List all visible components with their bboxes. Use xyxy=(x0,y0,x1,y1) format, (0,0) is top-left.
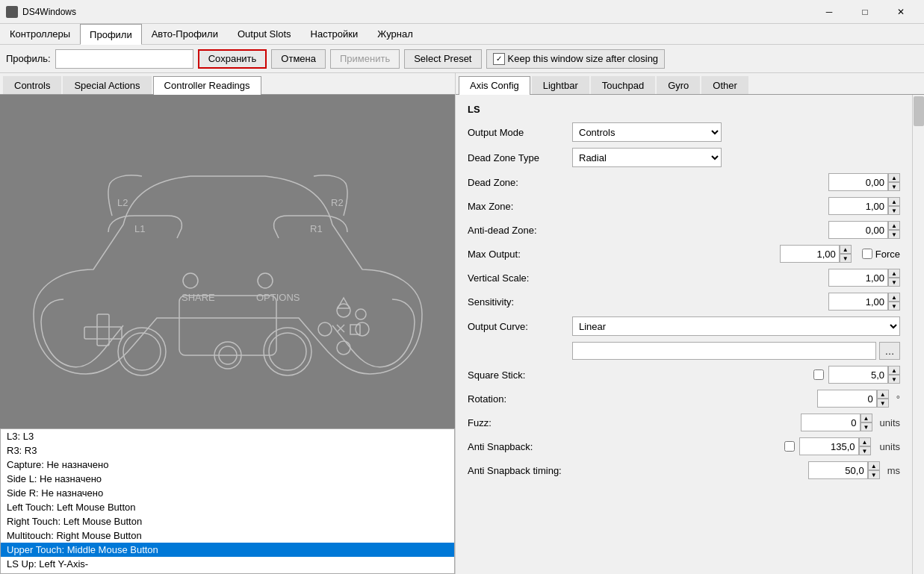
anti-snapback-up[interactable]: ▲ xyxy=(859,437,871,446)
anti-snapback-input[interactable] xyxy=(799,437,859,455)
rotation-spinner-btns: ▲ ▼ xyxy=(877,390,889,408)
square-stick-down[interactable]: ▼ xyxy=(888,375,900,384)
vertical-scale-down[interactable]: ▼ xyxy=(888,278,900,287)
anti-snapback-timing-up[interactable]: ▲ xyxy=(868,461,880,470)
list-item[interactable]: L3: L3 xyxy=(1,429,454,443)
sensitivity-spinner-btns: ▲ ▼ xyxy=(888,293,900,311)
anti-snapback-timing-down[interactable]: ▼ xyxy=(868,470,880,479)
max-output-up[interactable]: ▲ xyxy=(840,245,852,254)
maximize-button[interactable]: □ xyxy=(848,0,882,24)
svg-marker-21 xyxy=(338,298,350,308)
rotation-input[interactable] xyxy=(817,390,877,408)
left-panel: Controls Special Actions Controller Read… xyxy=(0,73,456,574)
anti-snapback-spinner-btns: ▲ ▼ xyxy=(859,437,871,455)
max-zone-down[interactable]: ▼ xyxy=(888,206,900,215)
cancel-button[interactable]: Отмена xyxy=(271,49,326,69)
list-item[interactable]: Left Touch: Left Mouse Button xyxy=(1,500,454,514)
list-item[interactable]: Capture: Не назначено xyxy=(1,458,454,472)
svg-rect-5 xyxy=(97,314,109,346)
minimize-button[interactable]: ─ xyxy=(812,0,846,24)
square-stick-input[interactable] xyxy=(828,366,888,384)
menu-item-auto-profiles[interactable]: Авто-Профили xyxy=(142,24,228,45)
tab-controller-readings[interactable]: Controller Readings xyxy=(153,76,261,95)
list-item[interactable]: Right Touch: Left Mouse Button xyxy=(1,514,454,528)
sensitivity-down[interactable]: ▼ xyxy=(888,302,900,311)
list-item[interactable]: R3: R3 xyxy=(1,443,454,458)
controller-image: L2 R2 L1 R1 SHARE OPTIONS xyxy=(19,135,437,389)
fuzz-unit: units xyxy=(880,417,900,428)
keep-window-checkbox-label[interactable]: ✓ Keep this window size after closing xyxy=(486,49,666,69)
svg-text:SHARE: SHARE xyxy=(182,292,215,303)
max-zone-input[interactable] xyxy=(828,197,888,215)
tab-axis-config[interactable]: Axis Config xyxy=(459,76,530,95)
dead-zone-up[interactable]: ▲ xyxy=(888,173,900,182)
output-curve-row: Output Curve: Linear Enhanced Precision … xyxy=(468,316,900,336)
force-label: Force xyxy=(875,249,900,260)
max-output-row: Max Output: ▲ ▼ Force xyxy=(468,245,900,263)
apply-button[interactable]: Применить xyxy=(330,49,400,69)
list-item[interactable]: Side L: Не назначено xyxy=(1,472,454,486)
square-stick-up[interactable]: ▲ xyxy=(888,366,900,375)
max-output-input[interactable] xyxy=(780,245,840,263)
tab-other[interactable]: Other xyxy=(701,76,748,94)
menu-item-log[interactable]: Журнал xyxy=(368,24,422,45)
keep-window-checkbox-icon: ✓ xyxy=(493,53,505,65)
rotation-label: Rotation: xyxy=(468,393,572,405)
max-zone-up[interactable]: ▲ xyxy=(888,197,900,206)
svg-point-3 xyxy=(264,328,311,375)
anti-snapback-timing-label: Anti Snapback timing: xyxy=(468,465,572,476)
vertical-scale-up[interactable]: ▲ xyxy=(888,269,900,278)
anti-dead-zone-input[interactable] xyxy=(828,221,888,239)
tab-gyro[interactable]: Gyro xyxy=(657,76,700,94)
square-stick-checkbox[interactable] xyxy=(813,369,824,380)
rotation-down[interactable]: ▼ xyxy=(877,399,889,408)
anti-snapback-timing-spinner-btns: ▲ ▼ xyxy=(868,461,880,479)
vertical-scale-input[interactable] xyxy=(828,269,888,287)
right-scrollbar[interactable] xyxy=(912,95,924,574)
sensitivity-input[interactable] xyxy=(828,293,888,311)
menu-item-controllers[interactable]: Контроллеры xyxy=(0,24,80,45)
anti-snapback-down[interactable]: ▼ xyxy=(859,446,871,455)
anti-dead-zone-up[interactable]: ▲ xyxy=(888,221,900,230)
max-output-down[interactable]: ▼ xyxy=(840,254,852,263)
button-list[interactable]: L3: L3 R3: R3 Capture: Не назначено Side… xyxy=(0,428,455,574)
list-item[interactable]: Side R: Не назначено xyxy=(1,486,454,500)
anti-dead-zone-down[interactable]: ▼ xyxy=(888,230,900,239)
menu-item-output-slots[interactable]: Output Slots xyxy=(228,24,301,45)
tab-touchpad[interactable]: Touchpad xyxy=(591,76,655,94)
menu-item-profiles[interactable]: Профили xyxy=(80,24,142,45)
rotation-up[interactable]: ▲ xyxy=(877,390,889,399)
tab-controls[interactable]: Controls xyxy=(3,76,61,94)
dead-zone-down[interactable]: ▼ xyxy=(888,182,900,191)
close-button[interactable]: ✕ xyxy=(884,0,918,24)
anti-snapback-row: Anti Snapback: ▲ ▼ units xyxy=(468,437,900,455)
titlebar-controls: ─ □ ✕ xyxy=(812,0,918,24)
tab-special-actions[interactable]: Special Actions xyxy=(63,76,151,94)
output-mode-select[interactable]: Controls Mouse MouseJoystick xyxy=(572,122,722,142)
profile-input[interactable] xyxy=(55,49,193,69)
fuzz-input[interactable] xyxy=(801,414,861,431)
curve-dots-button[interactable]: … xyxy=(879,342,900,360)
dead-zone-type-select[interactable]: Radial Axial Circle xyxy=(572,148,722,167)
output-curve-select[interactable]: Linear Enhanced Precision Quadratic Cubi… xyxy=(572,316,900,336)
anti-snapback-timing-input[interactable] xyxy=(808,461,868,479)
select-preset-button[interactable]: Select Preset xyxy=(404,49,481,69)
dead-zone-input[interactable] xyxy=(828,173,888,191)
sensitivity-up[interactable]: ▲ xyxy=(888,293,900,302)
left-tabs: Controls Special Actions Controller Read… xyxy=(0,73,455,95)
list-item[interactable]: Multitouch: Right Mouse Button xyxy=(1,528,454,543)
axis-config-content: LS Output Mode Controls Mouse MouseJoyst… xyxy=(456,95,912,574)
list-item-selected[interactable]: Upper Touch: Middle Mouse Button xyxy=(1,543,454,557)
anti-snapback-checkbox[interactable] xyxy=(784,441,795,452)
menu-item-settings[interactable]: Настройки xyxy=(301,24,368,45)
fuzz-down[interactable]: ▼ xyxy=(861,422,872,431)
square-stick-spinner: ▲ ▼ xyxy=(828,366,900,384)
fuzz-up[interactable]: ▲ xyxy=(861,414,872,422)
tab-lightbar[interactable]: Lightbar xyxy=(532,76,589,94)
force-checkbox[interactable] xyxy=(862,249,872,259)
anti-snapback-timing-spinner: ▲ ▼ xyxy=(808,461,880,479)
profile-bar: Профиль: Сохранить Отмена Применить Sele… xyxy=(0,45,924,73)
save-button[interactable]: Сохранить xyxy=(198,49,267,69)
list-item[interactable]: LS Up: Left Y-Axis- xyxy=(1,557,454,571)
curve-custom-input[interactable] xyxy=(572,342,876,360)
